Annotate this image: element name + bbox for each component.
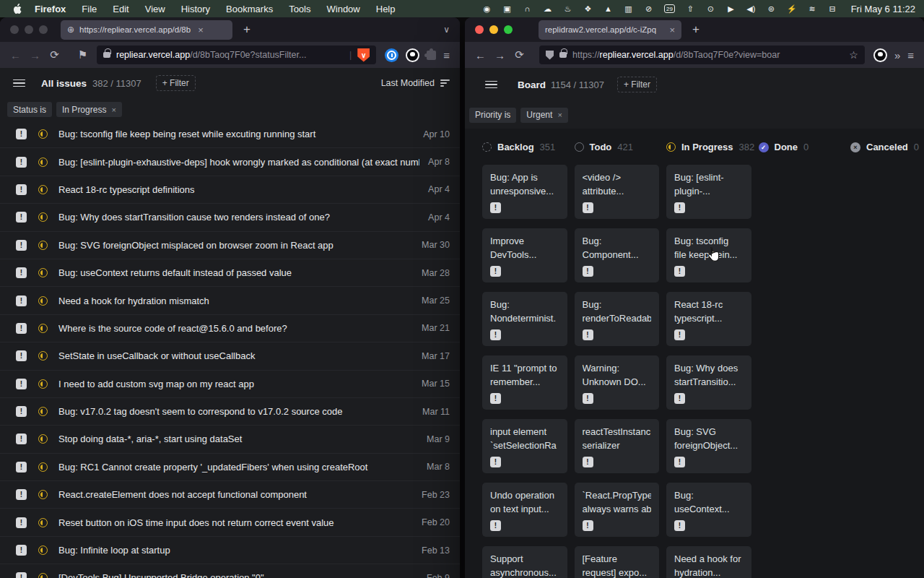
remove-filter-icon[interactable]: × [557, 111, 562, 119]
add-filter-button[interactable]: + Filter [617, 77, 657, 92]
issue-row[interactable]: !Bug: Why does startTransition cause two… [0, 204, 460, 231]
close-window-button[interactable] [10, 25, 19, 34]
new-tab-button[interactable]: + [243, 22, 250, 37]
issue-card[interactable]: Bug: Why doesstartTransitio...! [666, 355, 751, 410]
reload-button[interactable]: ⟳ [510, 48, 529, 61]
issue-card[interactable]: React 18-rctypescript...! [666, 292, 751, 346]
minimize-window-button[interactable] [25, 25, 33, 34]
issue-row[interactable]: !Where is the source code of react@15.6.… [0, 315, 460, 342]
status-in-progress-icon[interactable] [38, 545, 48, 555]
do-not-disturb-icon[interactable]: ⊘ [644, 4, 653, 14]
zoom-window-button[interactable] [504, 25, 513, 34]
priority-urgent-icon[interactable]: ! [16, 323, 27, 334]
priority-urgent-icon[interactable]: ! [16, 517, 27, 528]
issue-card[interactable]: Bug: tsconfigfile keep bein...! [666, 228, 751, 282]
filter-chip[interactable]: Status is [7, 102, 52, 117]
sidebar-menu-icon[interactable] [13, 79, 25, 87]
status-in-progress-icon[interactable] [38, 268, 48, 277]
upload-icon[interactable]: ⇧ [686, 4, 695, 14]
priority-urgent-icon[interactable]: ! [16, 296, 27, 306]
menu-item-help[interactable]: Help [376, 4, 396, 14]
issue-row[interactable]: !Need a hook for hydration mismatchMar 2… [0, 287, 460, 314]
priority-urgent-icon[interactable]: ! [490, 329, 501, 340]
issue-row[interactable]: !Bug: v17.0.2 tag doesn't seem to corres… [0, 398, 460, 426]
issue-row[interactable]: !Bug: Infinite loop at startupFeb 13 [0, 537, 460, 564]
status-in-progress-icon[interactable] [38, 212, 48, 222]
right-browser-tab[interactable]: replidraw2.vercel.app/d/c-iZpq × [539, 20, 681, 40]
filter-chip[interactable]: In Progress× [56, 102, 122, 117]
issue-row[interactable]: !I need to add custom svg map on my reac… [0, 371, 460, 398]
issue-card[interactable]: Bug:renderToReadab! [575, 292, 660, 346]
menu-item-history[interactable]: History [181, 4, 210, 14]
add-filter-button[interactable]: + Filter [156, 75, 196, 91]
status-in-progress-icon[interactable] [38, 490, 48, 499]
status-in-progress-icon[interactable] [38, 158, 48, 167]
camera-icon[interactable]: ▣ [502, 4, 512, 14]
priority-urgent-icon[interactable]: ! [16, 434, 27, 444]
priority-urgent-icon[interactable]: ! [490, 202, 501, 213]
priority-urgent-icon[interactable]: ! [16, 240, 27, 251]
minimize-window-button[interactable] [489, 25, 498, 34]
priority-urgent-icon[interactable]: ! [583, 202, 593, 213]
status-in-progress-icon[interactable] [38, 241, 48, 250]
apple-logo-icon[interactable] [9, 4, 25, 14]
priority-urgent-icon[interactable]: ! [490, 457, 501, 467]
issue-card[interactable]: Warning:Unknown DO...! [575, 355, 660, 410]
bookmark-star-icon[interactable]: ☆ [849, 49, 858, 61]
priority-urgent-icon[interactable]: ! [16, 572, 27, 578]
power-icon[interactable]: ⊙ [706, 4, 715, 14]
status-in-progress-icon[interactable] [38, 573, 48, 578]
issue-card[interactable]: IE 11 "prompt toremember...! [482, 355, 567, 410]
address-bar[interactable]: repliear.vercel.app/d/8bTaoq7F0e?statusF… [97, 46, 376, 64]
headphones-icon[interactable]: ∩ [523, 4, 532, 14]
extensions-puzzle-icon[interactable] [427, 51, 436, 60]
issue-card[interactable]: Undo operationon text input...! [482, 483, 567, 537]
cloud-icon[interactable]: ☁ [543, 4, 552, 14]
priority-urgent-icon[interactable]: ! [674, 393, 685, 404]
priority-urgent-icon[interactable]: ! [674, 520, 685, 531]
issue-row[interactable]: !Bug: tsconfig file keep being reset whi… [0, 121, 460, 148]
record-icon[interactable]: ◉ [482, 4, 492, 14]
issue-row[interactable]: !Bug: useContext returns default instead… [0, 259, 460, 287]
issue-row[interactable]: !Stop doing data-*, aria-*, start using … [0, 426, 460, 453]
sort-button[interactable]: Last Modified [381, 78, 450, 88]
remove-filter-icon[interactable]: × [111, 105, 116, 114]
issue-card[interactable]: [Featurerequest] expo...! [575, 546, 660, 578]
issue-card[interactable]: Bug: SVGforeignObject...! [666, 419, 751, 473]
status-in-progress-icon[interactable] [38, 185, 48, 194]
menu-item-window[interactable]: Window [327, 4, 360, 14]
priority-urgent-icon[interactable]: ! [16, 545, 27, 556]
menu-item-firefox[interactable]: Firefox [35, 4, 66, 14]
menu-item-tools[interactable]: Tools [289, 4, 310, 14]
reload-button[interactable]: ⟳ [45, 48, 64, 61]
priority-urgent-icon[interactable]: ! [674, 202, 685, 213]
priority-urgent-icon[interactable]: ! [16, 184, 27, 195]
left-window-controls[interactable] [0, 25, 48, 34]
issue-card[interactable]: reactTestInstancserializer! [575, 419, 660, 473]
priority-urgent-icon[interactable]: ! [674, 266, 685, 277]
status-in-progress-icon[interactable] [38, 518, 48, 527]
close-window-button[interactable] [475, 25, 484, 34]
right-window-controls[interactable] [465, 25, 513, 34]
sidebar-menu-icon[interactable] [485, 81, 497, 89]
issue-card[interactable]: Need a hook forhydration...! [666, 546, 751, 578]
priority-urgent-icon[interactable]: ! [583, 457, 593, 467]
toolbar-overflow-icon[interactable]: » [894, 49, 900, 61]
issue-row[interactable]: !Reset button on iOS time input does not… [0, 509, 460, 536]
priority-urgent-icon[interactable]: ! [16, 129, 27, 139]
priority-urgent-icon[interactable]: ! [16, 379, 27, 389]
browser-menu-icon[interactable]: ≡ [443, 49, 450, 61]
github-extension-icon[interactable] [873, 48, 887, 62]
issue-card[interactable]: Supportasynchronous...! [482, 546, 567, 578]
priority-urgent-icon[interactable]: ! [583, 266, 593, 277]
close-tab-icon[interactable]: × [198, 25, 204, 35]
priority-urgent-icon[interactable]: ! [16, 462, 27, 473]
status-in-progress-icon[interactable] [38, 462, 48, 472]
priority-urgent-icon[interactable]: ! [16, 267, 27, 278]
status-in-progress-icon[interactable] [38, 296, 48, 306]
brave-shield-icon[interactable]: ∨ [357, 48, 370, 62]
issue-row[interactable]: !Bug: [eslint-plugin-exhaustive-deps] ho… [0, 148, 460, 176]
issue-card[interactable]: Bug: [eslint-plugin-...! [666, 165, 751, 219]
filter-chip[interactable]: Urgent× [520, 108, 567, 123]
wifi-icon[interactable]: ≋ [808, 4, 817, 14]
